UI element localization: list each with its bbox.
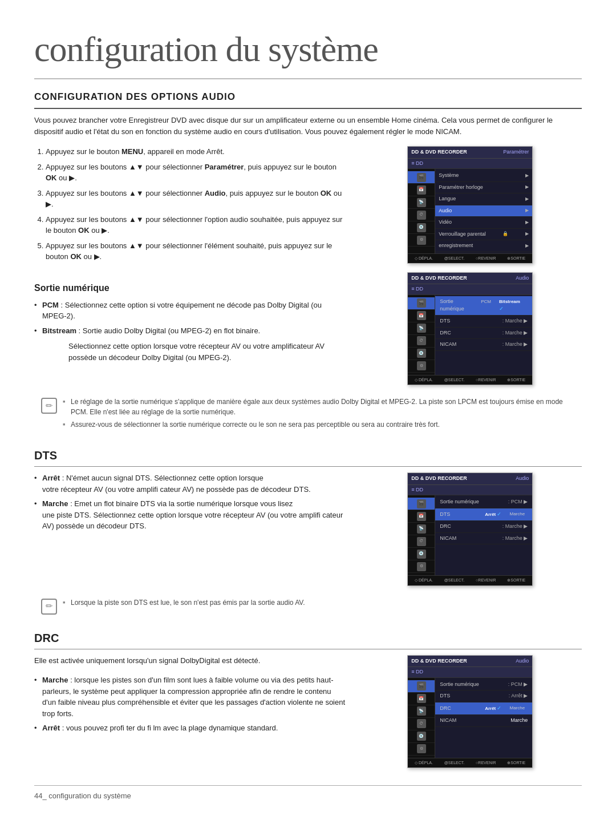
menu2-screen: DD & DVD RECORDER Audio ≡ DD 🎬 📅 📡 ⏱ 💿 ⚙… xyxy=(358,272,582,386)
sidebar-3-b: 📅 xyxy=(408,510,435,523)
audio4-nicam: NICAMMarche xyxy=(435,715,532,727)
section-title: CONFIGURATION DES OPTIONS AUDIO xyxy=(34,90,582,109)
screen-mockup-4: DD & DVD RECORDER Audio ≡ DD 🎬 📅 📡 ⏱ 💿 ⚙… xyxy=(407,655,533,769)
audio4-sortie: Sortie numérique: PCM ▶ xyxy=(435,679,532,691)
opt-drc-arret: Arrêt ✓ xyxy=(482,704,504,713)
screen-main-2: Sortie numérique PCM Bitstream ✓ DTS: Ma… xyxy=(435,295,532,375)
screen-footer-3: ◇ DÉPLA. @SELECT. ○REVENIR ⊕SORTIE xyxy=(408,575,532,585)
screen-mockup-3: DD & DVD RECORDER Audio ≡ DD 🎬 📅 📡 ⏱ 💿 ⚙… xyxy=(407,472,533,586)
menu-video: Vidéo▶ xyxy=(435,217,532,229)
page-title: configuration du système xyxy=(34,23,582,79)
dd-label-1: ≡ DD xyxy=(408,159,532,169)
opt-marche: Marche xyxy=(506,510,528,519)
audio3-drc: DRC: Marche ▶ xyxy=(435,521,532,533)
footer-revenir: ○REVENIR xyxy=(476,256,496,262)
footer2-depla: ◇ DÉPLA. xyxy=(415,377,433,383)
sidebar-param: ⚙ xyxy=(408,234,435,247)
sortie-bitstream: Bitstream : Sortie audio Dolby Digital (… xyxy=(34,325,347,337)
sidebar-4-c: 📡 xyxy=(408,705,435,718)
sidebar-icon-5: 💿 xyxy=(417,223,426,232)
sidebar-3-a: 🎬 xyxy=(408,498,435,510)
step-5: Appuyez sur les boutons ▲▼ pour sélectio… xyxy=(46,240,347,262)
dts-marche-indent: une piste DTS. Sélectionnez cette option… xyxy=(42,510,347,532)
sidebar-conf: 💿 xyxy=(408,221,435,234)
note-dts-item: Lorsque la piste son DTS est lue, le son… xyxy=(63,597,305,608)
screen-header-2: DD & DVD RECORDER Audio xyxy=(408,273,532,285)
sidebar-2-conf: 💿 xyxy=(408,348,435,360)
opt-arret: Arrêt ✓ xyxy=(482,510,504,519)
drc-section: DRC Elle est activée uniquement lorsqu'u… xyxy=(34,629,582,769)
footer-select: @SELECT. xyxy=(444,256,465,262)
dd-label-4: ≡ DD xyxy=(408,667,532,678)
footer4-select: @SELECT. xyxy=(444,760,465,766)
sidebar-4-a: 🎬 xyxy=(408,680,435,693)
screen-main-1: Système▶ Paramétrer horloge▶ Langue▶ Aud… xyxy=(435,169,532,253)
dts-left: Arrêt : N'émet aucun signal DTS. Sélecti… xyxy=(34,472,347,586)
footer3-sortie: ⊕SORTIE xyxy=(507,578,525,584)
menu-enreg: enregistrement▶ xyxy=(435,240,532,252)
note-content-1: Le réglage de la sortie numérique s'appl… xyxy=(63,397,575,432)
footer4-depla: ◇ DÉPLA. xyxy=(415,760,433,766)
step-4: Appuyez sur les boutons ▲▼ pour sélectio… xyxy=(46,214,347,236)
drc-marche: Marche : lorsque les pistes son d'un fil… xyxy=(34,675,347,719)
screen-header-4: DD & DVD RECORDER Audio xyxy=(408,656,532,668)
drc-title: DRC xyxy=(34,629,582,649)
sidebar-4-f: ⚙ xyxy=(408,743,435,756)
sidebar-4-e: 💿 xyxy=(408,730,435,743)
note-icon-dts: ✏ xyxy=(41,599,57,615)
menu-systeme: Système▶ xyxy=(435,170,532,182)
note-list-1: Le réglage de la sortie numérique s'appl… xyxy=(63,397,575,430)
sidebar-3-c: 📡 xyxy=(408,523,435,535)
screen-footer-4: ◇ DÉPLA. @SELECT. ○REVENIR ⊕SORTIE xyxy=(408,758,532,768)
step-1: Appuyez sur le bouton MENU, appareil en … xyxy=(46,146,347,158)
audio3-nicam: NICAM: Marche ▶ xyxy=(435,533,532,545)
screen-header-1: DD & DVD RECORDER Paramétrer xyxy=(408,147,532,159)
sortie-title: Sortie numérique xyxy=(34,281,347,295)
note-box-dts: ✏ Lorsque la piste son DTS est lue, le s… xyxy=(34,593,582,619)
drc-two-col: Elle est activée uniquement lorsqu'un si… xyxy=(34,655,582,769)
drc-bullets: Marche : lorsque les pistes son d'un fil… xyxy=(34,675,347,734)
screen-header-3: DD & DVD RECORDER Audio xyxy=(408,473,532,485)
screen-main-4: Sortie numérique: PCM ▶ DTS: Arrêt ▶ DRC… xyxy=(435,678,532,758)
screen-title-right-1: Paramétrer xyxy=(503,148,529,156)
screen-mockup-1: DD & DVD RECORDER Paramétrer ≡ DD 🎬 📅 📡 … xyxy=(407,146,533,264)
steps-list: Appuyez sur le bouton MENU, appareil en … xyxy=(34,146,347,266)
screen-sidebar-3: 🎬 📅 📡 ⏱ 💿 ⚙ xyxy=(408,495,435,575)
audio4-drc: DRC Arrêt ✓ Marche xyxy=(435,702,532,716)
steps-section: Appuyez sur le bouton MENU, appareil en … xyxy=(34,146,582,266)
sidebar-icon-4: ⏱ xyxy=(417,211,426,220)
screen-sidebar-2: 🎬 📅 📡 ⏱ 💿 ⚙ xyxy=(408,295,435,375)
sidebar-4-b: 📅 xyxy=(408,693,435,705)
sortie-bitstream-indent: Sélectionnez cette option lorsque votre … xyxy=(34,341,347,363)
screen-footer-1: ◇ DÉPLA. @SELECT. ○REVENIR ⊕SORTIE xyxy=(408,253,532,264)
dts-arret-indent: votre récepteur AV (ou votre amplifi cat… xyxy=(42,484,347,495)
screen-main-3: Sortie numérique: PCM ▶ DTS Arrêt ✓ Marc… xyxy=(435,495,532,575)
dts-title: DTS xyxy=(34,447,582,467)
sidebar-3-e: 💿 xyxy=(408,548,435,560)
footer2-select: @SELECT. xyxy=(444,377,465,383)
screen-body-4: 🎬 📅 📡 ⏱ 💿 ⚙ Sortie numérique: PCM ▶ DTS:… xyxy=(408,678,532,758)
menu-audio: Audio▶ xyxy=(435,205,532,217)
opt-bitstream: Bitstream ✓ xyxy=(496,298,528,314)
footer-label: 44_ configuration du système xyxy=(34,785,582,802)
intro-text: Vous pouvez brancher votre Enregistreur … xyxy=(34,115,582,139)
dts-marche: Marche : Emet un flot binaire DTS via la… xyxy=(34,498,347,532)
sortie-section: Sortie numérique PCM : Sélectionnez cett… xyxy=(34,272,582,386)
sidebar-2-param: ⚙ xyxy=(408,360,435,373)
sidebar-4-d: ⏱ xyxy=(408,718,435,730)
note-icon-1: ✏ xyxy=(41,398,57,414)
note-item-1a: Le réglage de la sortie numérique s'appl… xyxy=(63,397,575,417)
footer2-revenir: ○REVENIR xyxy=(476,377,496,383)
dd-label-3: ≡ DD xyxy=(408,485,532,496)
drc-intro: Elle est activée uniquement lorsqu'un si… xyxy=(34,655,347,667)
sortie-bullets: PCM : Sélectionnez cette option si votre… xyxy=(34,300,347,337)
dts-arret: Arrêt : N'émet aucun signal DTS. Sélecti… xyxy=(34,472,347,495)
drc-options: Arrêt ✓ Marche xyxy=(482,704,528,713)
footer3-depla: ◇ DÉPLA. xyxy=(415,578,433,584)
screen-body-3: 🎬 📅 📡 ⏱ 💿 ⚙ Sortie numérique: PCM ▶ DTS … xyxy=(408,495,532,575)
audio-row-sortie: Sortie numérique PCM Bitstream ✓ xyxy=(435,296,532,316)
dts-bullets: Arrêt : N'émet aucun signal DTS. Sélecti… xyxy=(34,472,347,532)
sidebar-guide: 📅 xyxy=(408,184,435,196)
step-3: Appuyez sur les boutons ▲▼ pour sélectio… xyxy=(46,188,347,210)
sidebar-3-d: ⏱ xyxy=(408,535,435,548)
